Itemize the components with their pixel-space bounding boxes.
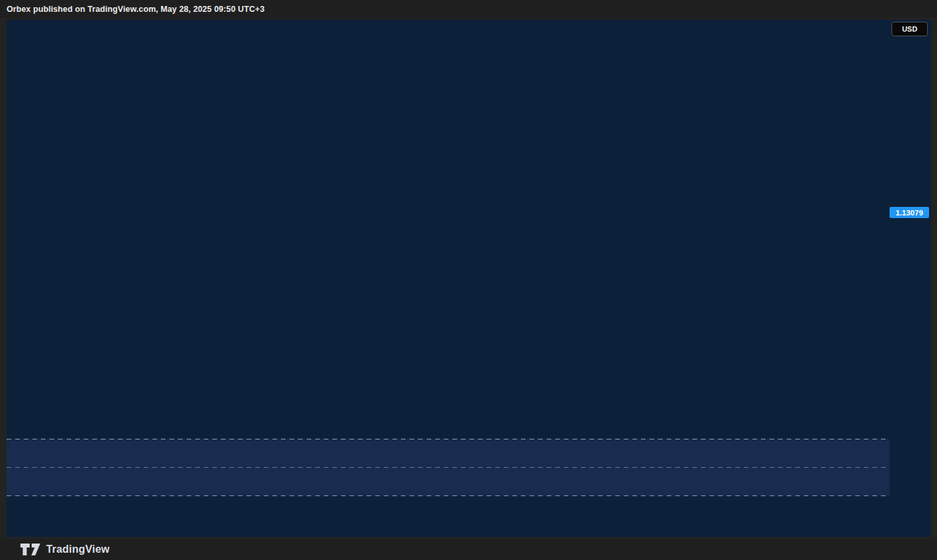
chart-canvas[interactable] bbox=[0, 0, 937, 560]
tradingview-published-chart: Orbex published on TradingView.com, May … bbox=[0, 0, 937, 560]
tradingview-brand-label[interactable]: TradingView bbox=[46, 544, 109, 555]
last-price-tag: 1.13079 bbox=[890, 207, 929, 218]
tradingview-logo-icon[interactable] bbox=[20, 542, 41, 557]
footer-bar: TradingView bbox=[0, 539, 937, 560]
currency-button[interactable]: USD bbox=[892, 22, 928, 36]
